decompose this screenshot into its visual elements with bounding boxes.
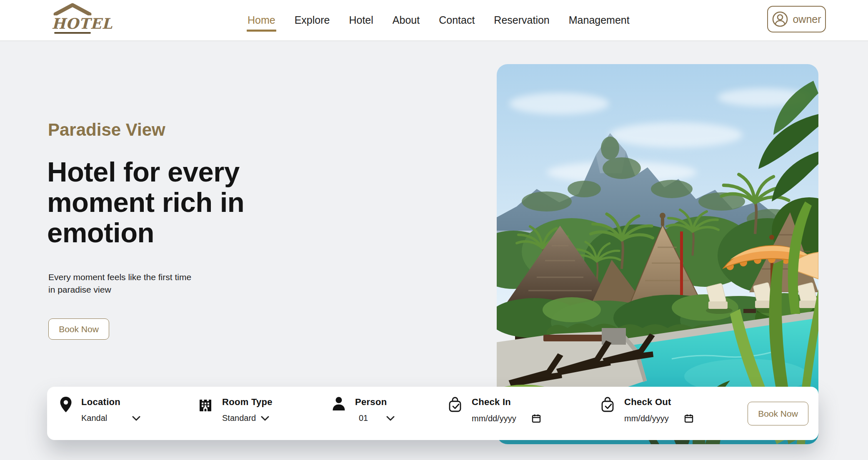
location-pin-icon bbox=[60, 396, 72, 413]
selected-value: 01 bbox=[359, 413, 368, 423]
person-select[interactable]: 01 bbox=[359, 413, 395, 423]
selected-value: Kandal bbox=[81, 413, 107, 423]
check-out-date-input[interactable]: mm/dd/yyyy bbox=[624, 413, 694, 423]
calendar-icon[interactable] bbox=[684, 413, 694, 423]
owner-label: owner bbox=[793, 13, 821, 25]
logo-underline bbox=[54, 32, 91, 34]
chevron-down-icon bbox=[386, 416, 395, 421]
nav-contact[interactable]: Contact bbox=[439, 14, 475, 26]
calendar-icon[interactable] bbox=[531, 413, 541, 423]
nav-hotel[interactable]: Hotel bbox=[349, 14, 373, 26]
booking-field-check-in: Check In mm/dd/yyyy bbox=[448, 397, 541, 423]
field-label: Person bbox=[355, 397, 395, 408]
hero-subtitle: Every moment feels like the first time i… bbox=[48, 271, 191, 296]
field-label: Check Out bbox=[624, 397, 694, 408]
subtitle-line: Every moment feels like the first time bbox=[48, 271, 191, 283]
nav-reservation[interactable]: Reservation bbox=[494, 14, 549, 26]
check-in-date-input[interactable]: mm/dd/yyyy bbox=[472, 413, 541, 423]
hero-title-line: emotion bbox=[47, 217, 244, 248]
user-icon bbox=[772, 11, 788, 27]
hero-title-line: moment rich in bbox=[47, 187, 244, 217]
booking-field-location: Location Kandal bbox=[60, 397, 140, 423]
chevron-down-icon bbox=[132, 416, 140, 421]
room-type-select[interactable]: Standard bbox=[222, 413, 273, 423]
hero-book-now-button[interactable]: Book Now bbox=[48, 318, 109, 340]
booking-field-person: Person 01 bbox=[332, 397, 395, 423]
hero-title-line: Hotel for every bbox=[47, 157, 244, 187]
location-select[interactable]: Kandal bbox=[81, 413, 140, 423]
brand-logo: HOTEL bbox=[52, 2, 93, 34]
brand-name: HOTEL bbox=[52, 16, 93, 32]
selected-value: Standard bbox=[222, 413, 256, 423]
booking-field-check-out: Check Out mm/dd/yyyy bbox=[600, 397, 694, 423]
logo-roof-icon bbox=[53, 2, 93, 15]
booking-field-room-type: Room Type Standard bbox=[198, 397, 273, 423]
field-label: Location bbox=[81, 397, 140, 408]
hero-eyebrow: Paradise View bbox=[48, 120, 165, 140]
date-value: mm/dd/yyyy bbox=[624, 414, 669, 423]
top-nav-bar: HOTEL Home Explore Hotel About Contact R… bbox=[0, 0, 868, 41]
bag-check-icon bbox=[600, 396, 615, 413]
booking-bar: Location Kandal bbox=[47, 387, 818, 440]
main-menu: Home Explore Hotel About Contact Reserva… bbox=[248, 0, 630, 40]
person-icon bbox=[332, 396, 346, 411]
field-label: Check In bbox=[472, 397, 541, 408]
chevron-down-icon bbox=[261, 416, 269, 421]
field-label: Room Type bbox=[222, 397, 273, 408]
nav-explore[interactable]: Explore bbox=[295, 14, 330, 26]
subtitle-line: in paradise view bbox=[48, 283, 191, 296]
hero-title: Hotel for every moment rich in emotion bbox=[47, 157, 244, 248]
hotel-landing-page: HOTEL Home Explore Hotel About Contact R… bbox=[0, 0, 868, 460]
building-icon bbox=[198, 396, 213, 412]
nav-management[interactable]: Management bbox=[569, 14, 630, 26]
nav-about[interactable]: About bbox=[393, 14, 420, 26]
date-value: mm/dd/yyyy bbox=[472, 414, 516, 423]
bag-check-icon bbox=[448, 396, 463, 413]
owner-account-button[interactable]: owner bbox=[767, 6, 826, 32]
nav-home[interactable]: Home bbox=[248, 14, 275, 26]
bar-book-now-button[interactable]: Book Now bbox=[748, 402, 808, 425]
